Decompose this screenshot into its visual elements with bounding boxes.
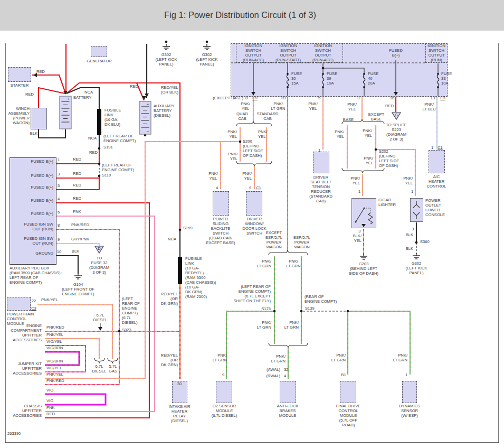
label-6-7l-diesel: 6.7L DIESEL bbox=[71, 313, 129, 323]
variant-brace bbox=[236, 161, 272, 166]
label-s110: S110 bbox=[102, 173, 111, 178]
label-nca: NCA bbox=[0, 136, 97, 141]
label-left-rear-of-engine-compt-6-7l-excep: (LEFT REAR OF ENGINE COMPT) (6.7L EXCEPT… bbox=[165, 285, 271, 304]
label-engine-compartment-upfitter-accessor: ENGINE COMPARTMENT UPFITTER ACCESSORIES bbox=[0, 324, 42, 343]
label-starter: STARTER bbox=[0, 83, 49, 88]
variant-brace bbox=[269, 343, 308, 348]
label-red: RED bbox=[46, 412, 55, 417]
label-pnk: PNK bbox=[48, 210, 106, 214]
label-pnk-lt-grn: PNK/ LT GRN bbox=[302, 353, 407, 363]
final-drive-control-module-box bbox=[340, 381, 356, 403]
label-3: 3 bbox=[384, 227, 442, 232]
dynamics-sensor-box bbox=[402, 381, 417, 403]
label-s200-behind-left-side-of-dash: S200 (BEHIND LEFT SIDE OF DASH) bbox=[243, 139, 263, 158]
splice-dot bbox=[375, 148, 377, 151]
splice-dot bbox=[118, 330, 121, 333]
label-left-rear-of-engine-compt: (LEFT REAR OF ENGINE COMPT) bbox=[102, 163, 134, 173]
label-fuse-33-10a: FUSE 33 10A bbox=[441, 72, 452, 86]
label-pnk-yel: PNK/YEL bbox=[46, 333, 63, 338]
label-jumper-kit-upfitter-accessories: JUMPER KIT UPFITTER ACCESSORIES bbox=[0, 362, 42, 376]
winch-assembly-box bbox=[31, 108, 47, 129]
label-fuse-39-10a: FUSE 39 10A bbox=[327, 72, 337, 86]
variant-brace bbox=[269, 250, 308, 255]
label-pnk-lt-grn: PNK/ LT GRN bbox=[193, 321, 299, 330]
label-red-yel-or-dk-grn: RED/YEL (OR DK GRN) bbox=[72, 292, 178, 306]
label-to-fuse-32-diagram-3-of-3: TO FUSE 32 (DIAGRAM 3 OF 3) bbox=[70, 256, 128, 275]
splice-dot bbox=[98, 147, 101, 150]
label-s360: S360 bbox=[420, 240, 430, 245]
label-pnk-red: PNK/RED bbox=[46, 379, 64, 384]
label-1: 1 bbox=[377, 373, 435, 378]
battery-icon bbox=[139, 101, 151, 134]
ground-icon bbox=[413, 253, 420, 259]
label-o2-sensor-module-6-7l-diesel: O2 SENSOR MODULE (6.7L DIESEL) bbox=[195, 404, 253, 418]
label-red: RED bbox=[48, 157, 106, 162]
label-vio: VIO bbox=[46, 388, 53, 393]
label-pnk-yel: PNK/ YEL bbox=[268, 156, 373, 166]
splice-dot bbox=[179, 229, 182, 231]
label-s139: S139 bbox=[305, 306, 315, 311]
label-pnk-yel: PNK/ YEL bbox=[307, 176, 413, 186]
arrowhead-icon bbox=[98, 327, 102, 331]
ground-icon bbox=[203, 44, 211, 50]
label-1: 1 bbox=[330, 190, 388, 194]
wire bbox=[45, 394, 106, 405]
label-cigar-lighter: CIGAR LIGHTER bbox=[378, 198, 396, 208]
label-30: 30 bbox=[150, 382, 208, 387]
label-rear-of-engine-compt: (REAR OF ENGINE COMPT) bbox=[305, 295, 337, 304]
label-s202-behind-left-side-of-dash: S202 (BEHIND LEFT SIDE OF DASH) bbox=[379, 150, 399, 169]
label-s023: S023 bbox=[122, 328, 131, 333]
label-final-drive-control-module-5-7l-off-: FINAL DRIVE CONTROL MODULE (5.7L OFF ROA… bbox=[319, 404, 377, 428]
label-red: RED bbox=[48, 197, 106, 201]
label-vio-yel: VIO/YEL bbox=[46, 340, 62, 344]
anti-lock-brakes-module-box bbox=[280, 381, 296, 403]
driver-window-door-lock-switch-box bbox=[246, 191, 262, 216]
variant-brace bbox=[236, 121, 272, 126]
label-fusible-link-16-ga-dk-blu: FUSIBLE LINK (16 GA- DK BLU) bbox=[104, 108, 121, 127]
label-32: 32 bbox=[284, 368, 288, 372]
splice-dot bbox=[98, 163, 101, 165]
label-nca: NCA bbox=[60, 90, 118, 95]
wiring-diagram: Fig 1: Power Distribution Circuit (1 of … bbox=[0, 0, 504, 448]
battery-plus: + bbox=[147, 102, 149, 107]
label-c3: C3 bbox=[414, 96, 472, 101]
generator-box bbox=[91, 46, 107, 57]
label-battery: BATTERY bbox=[73, 96, 91, 100]
label-1: 1 bbox=[290, 148, 348, 153]
label-ignition-switch-output-run-acc: IGNITION SWITCH OUTPUT (RUN-ACC) bbox=[294, 44, 352, 63]
ac-heater-control-box bbox=[429, 150, 445, 173]
label-red: RED bbox=[48, 172, 106, 176]
battery-icon bbox=[60, 96, 71, 129]
label-pnk-yel: PNK/ YEL bbox=[132, 152, 237, 162]
label-pnk-lt-grn: PNK/ LT GRN bbox=[121, 353, 227, 363]
label-pnk-lt-grn: PNK/ LT GRN bbox=[264, 259, 322, 269]
battery-minus: − bbox=[67, 124, 70, 128]
label-esp-5-7l-power-wagon: ESP/5.7L POWER WAGON bbox=[273, 236, 331, 250]
label-nca: NCA bbox=[71, 237, 176, 242]
label-1: 1 bbox=[383, 190, 441, 194]
wire-stripe bbox=[348, 311, 410, 375]
label-left-rear-of-engine-compt: (LEFT REAR OF ENGINE COMPT) bbox=[103, 134, 136, 144]
label-power-outlet-lower-console: POWER OUTLET LOWER CONSOLE bbox=[425, 199, 445, 218]
label-awal: (AWAL) bbox=[175, 368, 280, 372]
label-red: RED bbox=[12, 70, 70, 74]
label-pnk-lt-grn: PNK/ LT GRN bbox=[166, 259, 271, 269]
o2-sensor-module-box bbox=[216, 381, 232, 403]
label-s175: S175 bbox=[165, 307, 271, 312]
power-outlet-box bbox=[410, 198, 423, 222]
label-standard-cab: STANDARD CAB bbox=[239, 112, 297, 122]
label-except-base: EXCEPT BASE bbox=[347, 113, 405, 122]
label-winch-assembly-power-wagon: WINCH ASSEMBLY (POWER WAGON) bbox=[0, 107, 30, 126]
fusible-link-16ga-bar bbox=[97, 109, 101, 135]
label-g302-left-kick-panel: G302 (LEFT KICK PANEL) bbox=[387, 262, 445, 276]
ground-icon bbox=[163, 44, 170, 50]
label-a-c-heater-control: A/C HEATER CONTROL bbox=[407, 175, 465, 189]
figure-title-bar: Fig 1: Power Distribution Circuit (1 of … bbox=[0, 0, 504, 31]
label-blk: BLK bbox=[5, 132, 63, 136]
label-fuse-30-15a: FUSE 30 15A bbox=[291, 72, 302, 86]
label-pnk-red: PNK/RED bbox=[51, 223, 109, 228]
splice-dot bbox=[415, 241, 418, 244]
label-red: RED bbox=[48, 183, 106, 188]
label-c3: C3 bbox=[5, 306, 63, 311]
figure-title: Fig 1: Power Distribution Circuit (1 of … bbox=[0, 10, 480, 20]
